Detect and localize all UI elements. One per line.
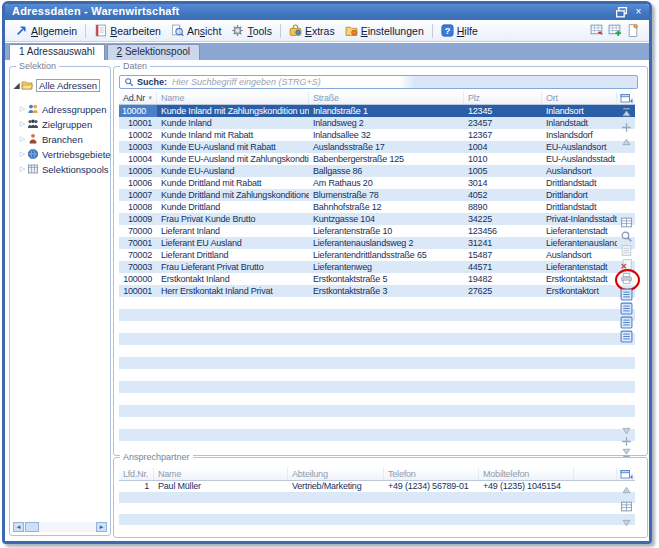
- column-header-mobiltelefon[interactable]: Mobiltelefon: [479, 468, 574, 480]
- column-header-telefon[interactable]: Telefon: [384, 468, 479, 480]
- move-icon[interactable]: [620, 121, 633, 134]
- empty-row: [119, 357, 635, 369]
- search-bar[interactable]: Suche:: [119, 75, 638, 89]
- cell: 10000: [119, 105, 157, 117]
- tree-item-vertriebsgebiete[interactable]: ▷Vertriebsgebiete: [18, 147, 111, 161]
- expand-arrow-icon[interactable]: ▷: [18, 105, 27, 113]
- column-header-stra-e[interactable]: Straße: [309, 92, 464, 104]
- tab-1-adressauswahl[interactable]: 1 Adressauswahl: [9, 44, 105, 60]
- scroll-right-button[interactable]: ►: [96, 522, 107, 532]
- menu-item-hilfe[interactable]: ?Hilfe: [436, 22, 483, 39]
- scrollbar-thumb[interactable]: [25, 522, 39, 532]
- cell: 10007: [119, 189, 157, 201]
- menu-item-tools[interactable]: Tools: [226, 22, 277, 39]
- expand-arrow-icon[interactable]: ▷: [18, 135, 27, 143]
- menu-item-extras[interactable]: Extras: [284, 22, 340, 39]
- column-chooser-icon[interactable]: [620, 92, 633, 105]
- scroll-first-icon[interactable]: [620, 106, 633, 119]
- table-row[interactable]: 10000Kunde Inland mit Zahlungskondition …: [119, 105, 635, 117]
- layout-list-icon[interactable]: [620, 288, 633, 301]
- scroll-up-icon[interactable]: [620, 136, 633, 149]
- cell: [464, 441, 542, 453]
- table-remove-icon[interactable]: [590, 23, 604, 37]
- table-row[interactable]: 70001Lieferant EU AuslandLieferantenausl…: [119, 237, 635, 249]
- column-header-ort[interactable]: Ort: [542, 92, 617, 104]
- cell: [119, 429, 157, 441]
- layout-list-icon[interactable]: [620, 330, 633, 343]
- table-row[interactable]: 70002Lieferant DrittlandLieferantendritt…: [119, 249, 635, 261]
- table-row[interactable]: 10007Kunde Drittland mit Zahlungskonditi…: [119, 189, 635, 201]
- expand-arrow-icon[interactable]: ▷: [18, 165, 27, 173]
- cell: [309, 405, 464, 417]
- table-row[interactable]: 10006Kunde Drittland mit RabattAm Rathau…: [119, 177, 635, 189]
- column-header-name[interactable]: Name: [157, 92, 309, 104]
- cell: [464, 297, 542, 309]
- tree-item-alle-adressen[interactable]: ◢Alle Adressen: [12, 78, 100, 92]
- menu-item-bearbeiten[interactable]: Bearbeiten: [89, 22, 166, 39]
- table-row[interactable]: 10003Kunde EU-Ausland mit RabattAuslands…: [119, 141, 635, 153]
- menu-item-einstellungen[interactable]: Einstellungen: [340, 22, 429, 39]
- layout-list-icon[interactable]: [620, 302, 633, 315]
- table-row[interactable]: 70000Lieferant InlandLieferantenstraße 1…: [119, 225, 635, 237]
- expand-arrow-icon[interactable]: ▷: [18, 120, 27, 128]
- cell: [288, 514, 384, 525]
- tree-item-zielgruppen[interactable]: ▷Zielgruppen: [18, 117, 92, 131]
- scrollbar-track[interactable]: [39, 522, 96, 532]
- column-header-lfd-nr[interactable]: Lfd.Nr.: [119, 468, 154, 480]
- search-icon[interactable]: [620, 230, 633, 243]
- table-row[interactable]: 10001Kunde InlandInlandsweg 223457Inland…: [119, 117, 635, 129]
- new-page-icon[interactable]: [626, 23, 640, 37]
- tab-2-selektionspool[interactable]: 2 Selektionspool: [107, 44, 200, 60]
- scroll-up-icon[interactable]: [620, 484, 633, 497]
- column-header-abteilung[interactable]: Abteilung: [288, 468, 384, 480]
- layout-list-icon[interactable]: [620, 316, 633, 329]
- cell: [309, 381, 464, 393]
- table-add-icon[interactable]: [608, 23, 622, 37]
- column-header-label: Ad.Nr: [123, 92, 145, 104]
- tree-item-adressgruppen[interactable]: ▷Adressgruppen: [18, 102, 106, 116]
- column-header-name[interactable]: Name: [154, 468, 288, 480]
- column-header-ad-nr[interactable]: Ad.Nr▼: [119, 92, 157, 104]
- table-row[interactable]: 10004Kunde EU-Ausland mit Zahlungskondti…: [119, 153, 635, 165]
- grid-icon[interactable]: [620, 216, 633, 229]
- table-row[interactable]: 10005Kunde EU-AuslandBallgasse 861005Aus…: [119, 165, 635, 177]
- table-row[interactable]: 70003Frau Lieferant Privat BruttoLiefera…: [119, 261, 635, 273]
- cell: [464, 405, 542, 417]
- daten-group-label: Daten: [120, 61, 150, 71]
- cell: [157, 321, 309, 333]
- column-header-empty[interactable]: [574, 468, 617, 480]
- table-row[interactable]: 100001Herr Erstkontakt Inland PrivatErst…: [119, 285, 635, 297]
- tree-item-selektionspools[interactable]: ▷Selektionspools: [18, 162, 109, 176]
- column-chooser-icon[interactable]: [620, 468, 633, 481]
- table-row[interactable]: 100000Erstkontakt InlandErstkontaktstraß…: [119, 273, 635, 285]
- cell: 10005: [119, 165, 157, 177]
- tree-item-branchen[interactable]: ▷Branchen: [18, 132, 83, 146]
- menu-item-ansicht[interactable]: Ansicht: [166, 22, 226, 39]
- expand-arrow-icon[interactable]: ▷: [18, 150, 27, 158]
- table-row[interactable]: 10009Frau Privat Kunde BruttoKuntzgasse …: [119, 213, 635, 225]
- export-icon[interactable]: [620, 244, 633, 257]
- toolbar-right: [590, 23, 640, 37]
- cell: [542, 345, 617, 357]
- column-header-plz[interactable]: Plz: [464, 92, 542, 104]
- scroll-left-button[interactable]: ◄: [13, 522, 24, 532]
- table-row[interactable]: 10008Kunde DrittlandBahnhofstraße 128890…: [119, 201, 635, 213]
- close-button[interactable]: ×: [632, 6, 645, 18]
- cell: Erstkontaktstraße 3: [309, 285, 464, 297]
- scroll-down-icon[interactable]: [620, 516, 633, 529]
- grid-icon[interactable]: [620, 500, 633, 513]
- cell: [309, 321, 464, 333]
- table-row[interactable]: 10002Kunde Inland mit RabattInlandsallee…: [119, 129, 635, 141]
- table-row[interactable]: 1Paul MüllerVertrieb/Marketing+49 (1234)…: [119, 481, 635, 492]
- cell: Kunde Drittland mit Rabatt: [157, 177, 309, 189]
- column-header-label: Lfd.Nr.: [123, 469, 148, 479]
- collapse-arrow-icon[interactable]: ◢: [12, 81, 21, 90]
- cell: [309, 369, 464, 381]
- cell: Erstkontaktstadt: [542, 273, 617, 285]
- restore-button[interactable]: [615, 6, 628, 18]
- cell: [574, 492, 617, 503]
- menu-item-allgemein[interactable]: Allgemein: [10, 22, 82, 39]
- cell: [288, 525, 384, 536]
- search-input[interactable]: [172, 77, 422, 87]
- cell: [464, 429, 542, 441]
